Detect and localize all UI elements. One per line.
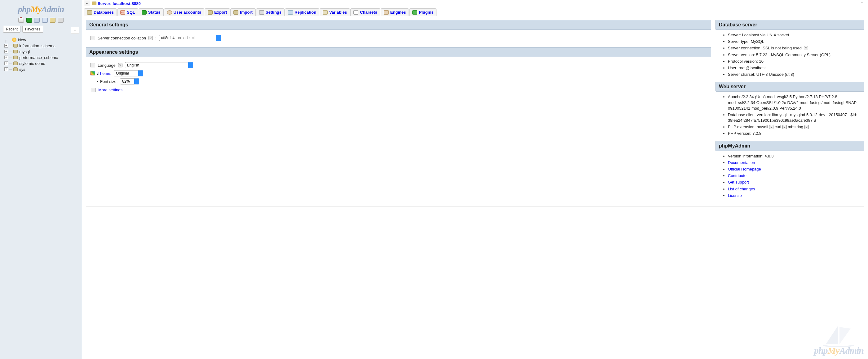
tab-charsets[interactable]: Charsets — [350, 8, 380, 16]
help-icon[interactable]: ? — [804, 125, 809, 129]
fontsize-select[interactable]: 82% — [120, 78, 139, 84]
tree-branch-icon: ─ — [9, 44, 12, 48]
expand-icon[interactable]: + — [4, 50, 8, 53]
help-icon[interactable]: ? — [149, 36, 153, 40]
home-icon[interactable] — [18, 18, 24, 23]
breadcrumb-bar: ← Server: localhost:8889 ⌃ — [82, 0, 868, 7]
expand-icon[interactable]: + — [4, 44, 8, 48]
tab-variables[interactable]: Variables — [320, 8, 350, 16]
db-name: mysql — [19, 49, 30, 54]
tab-label: Export — [214, 10, 227, 15]
sidebar-toolbar — [2, 18, 80, 23]
phpmyadmin-watermark: phpMyAdmin — [814, 346, 864, 356]
help-icon[interactable]: ? — [769, 125, 773, 129]
tab-icon — [384, 10, 389, 15]
tab-icon — [120, 10, 125, 15]
tab-export[interactable]: Export — [205, 8, 230, 16]
tab-settings[interactable]: Settings — [256, 8, 285, 16]
documentation-link[interactable]: Documentation — [728, 160, 755, 165]
tab-user-accounts[interactable]: User accounts — [164, 8, 205, 16]
back-button[interactable]: ← — [84, 1, 90, 6]
tab-label: Replication — [294, 10, 316, 15]
nav-settings-icon[interactable] — [50, 18, 56, 23]
db-server-item: Protocol version: 10 — [728, 59, 864, 64]
collation-label: Server connection collation — [98, 36, 146, 40]
homepage-link[interactable]: Official Homepage — [728, 167, 761, 171]
language-select[interactable]: English — [125, 62, 193, 68]
tree-branch-icon: ┌ — [4, 37, 7, 42]
expand-icon[interactable]: + — [4, 61, 8, 65]
tab-sql[interactable]: SQL — [117, 8, 138, 16]
database-icon — [13, 44, 18, 48]
expand-icon[interactable]: + — [4, 56, 8, 59]
tab-plugins[interactable]: Plugins — [409, 8, 436, 16]
colon: : — [155, 36, 157, 40]
navigation-sidebar: phpMyAdmin Recent Favorites ⚭ ┌ New +─in… — [0, 0, 82, 359]
logo-part-my: My — [30, 4, 41, 14]
tab-label: User accounts — [174, 10, 202, 15]
database-server-heading: Database server — [715, 20, 864, 30]
db-server-item: Server: Localhost via UNIX socket — [728, 32, 864, 38]
tree-branch-icon: ─ — [9, 55, 12, 60]
server-breadcrumb[interactable]: Server: localhost:8889 — [98, 1, 141, 6]
tab-icon — [87, 10, 92, 15]
new-star-icon — [12, 37, 17, 42]
tab-label: Plugins — [419, 10, 433, 15]
tab-databases[interactable]: Databases — [84, 8, 117, 16]
server-icon — [92, 2, 96, 5]
help-icon[interactable]: ? — [118, 63, 122, 67]
theme-select[interactable]: Original — [114, 70, 143, 76]
db-tree-item[interactable]: +─mysql — [4, 49, 80, 55]
db-tree-item[interactable]: +─performance_schema — [4, 55, 80, 60]
tab-icon — [142, 10, 147, 15]
tree-branch-icon: ─ — [9, 61, 12, 66]
tab-engines[interactable]: Engines — [381, 8, 409, 16]
phpmyadmin-heading: phpMyAdmin — [715, 141, 864, 151]
more-settings-link[interactable]: More settings — [98, 88, 122, 92]
database-icon — [13, 56, 18, 59]
logout-icon[interactable] — [26, 18, 32, 23]
collapse-top-icon[interactable]: ⌃ — [859, 1, 866, 6]
logo-part-php: php — [18, 4, 31, 14]
new-database-link[interactable]: ┌ New — [4, 37, 80, 43]
tab-import[interactable]: Import — [230, 8, 255, 16]
main-content: ← Server: localhost:8889 ⌃ DatabasesSQLS… — [82, 0, 868, 359]
sidebar-tabs: Recent Favorites ⚭ — [3, 26, 80, 33]
support-link[interactable]: Get support — [728, 180, 749, 185]
help-icon[interactable]: ? — [804, 46, 808, 50]
version-info: Version information: 4.8.3 — [728, 154, 864, 159]
collation-select[interactable]: utf8mb4_unicode_ci — [159, 35, 221, 41]
recent-tab[interactable]: Recent — [3, 26, 21, 33]
link-icon[interactable]: ⚭ — [71, 27, 80, 34]
query-window-icon[interactable] — [34, 18, 40, 23]
db-tree-item[interactable]: +─stylemix-demo — [4, 60, 80, 66]
docs-icon[interactable] — [42, 18, 48, 23]
license-link[interactable]: License — [728, 193, 742, 198]
db-server-item: Server connection: SSL is not being used… — [728, 45, 864, 51]
db-tree-item[interactable]: +─information_schema — [4, 43, 80, 49]
db-server-item: User: root@localhost — [728, 65, 864, 71]
changes-link[interactable]: List of changes — [728, 187, 755, 191]
tab-status[interactable]: Status — [138, 8, 164, 16]
reload-icon[interactable] — [58, 18, 64, 23]
contribute-link[interactable]: Contribute — [728, 173, 746, 178]
help-icon[interactable]: ? — [782, 125, 787, 129]
theme-link[interactable]: Theme: — [98, 71, 111, 76]
wrench-icon — [91, 88, 96, 92]
db-server-item: Server type: MySQL — [728, 39, 864, 45]
language-icon — [90, 63, 95, 67]
tab-icon — [323, 10, 328, 15]
tab-label: Variables — [329, 10, 347, 15]
db-name: sys — [19, 67, 25, 72]
db-name: information_schema — [19, 44, 56, 48]
phpmyadmin-list: Version information: 4.8.3 Documentation… — [715, 154, 864, 198]
favorites-tab[interactable]: Favorites — [22, 26, 43, 33]
db-tree-item[interactable]: +─sys — [4, 66, 80, 72]
db-server-item: Server version: 5.7.23 - MySQL Community… — [728, 52, 864, 58]
appearance-settings-heading: Appearance settings — [86, 47, 711, 57]
expand-icon[interactable]: + — [4, 67, 8, 71]
tab-replication[interactable]: Replication — [285, 8, 319, 16]
web-server-list: Apache/2.2.34 (Unix) mod_wsgi/3.5 Python… — [715, 94, 864, 136]
fontsize-label: Font size: — [100, 79, 118, 84]
database-icon — [13, 50, 18, 53]
